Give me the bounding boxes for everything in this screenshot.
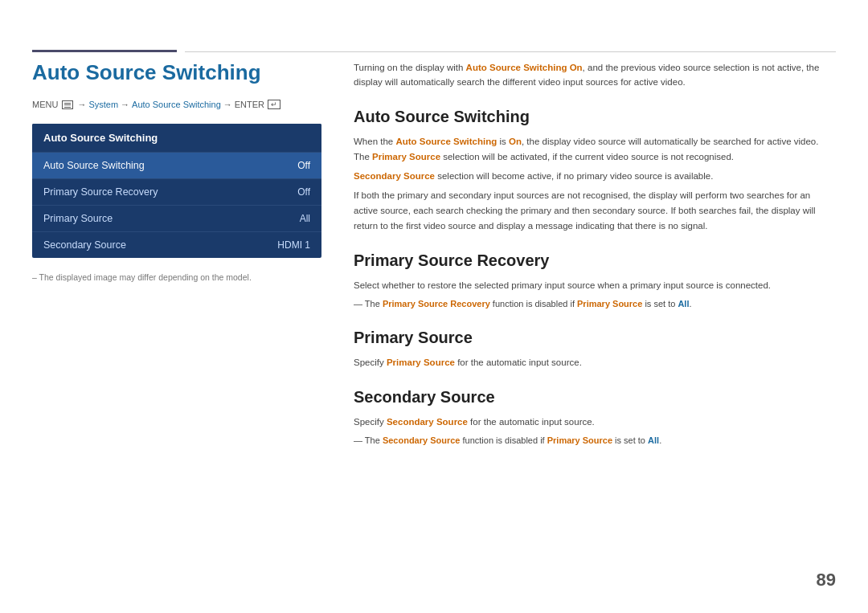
hl-secondary-source-2: Secondary Source [387, 417, 468, 427]
section-text-auto-2: Secondary Source selection will become a… [354, 169, 836, 184]
menu-item-primary-recovery[interactable]: Primary Source Recovery Off [32, 178, 321, 205]
menu-item-value: Off [297, 186, 310, 198]
hl-secondary-source-1: Secondary Source [354, 171, 435, 181]
arrow-2: → [121, 100, 129, 109]
hl-primary-recovery: Primary Source Recovery [383, 299, 490, 309]
enter-icon: ↵ [268, 100, 280, 109]
menu-box: Auto Source Switching Auto Source Switch… [32, 124, 321, 258]
right-panel: Turning on the display with Auto Source … [354, 60, 836, 466]
hl-all-1: All [678, 299, 689, 309]
note-line: The displayed image may differ depending… [32, 272, 321, 282]
breadcrumb-enter: ENTER [235, 100, 264, 109]
top-line-left [32, 50, 177, 52]
section-note-secondary: The Secondary Source function is disable… [354, 434, 836, 448]
menu-item-label: Auto Source Switching [43, 160, 145, 171]
hl-primary-source-3: Primary Source [387, 358, 455, 367]
section-primary-source: Primary Source Specify Primary Source fo… [354, 329, 836, 370]
section-text-primary: Specify Primary Source for the automatic… [354, 355, 836, 370]
section-title-primary-source: Primary Source [354, 329, 836, 347]
section-text-auto-1: When the Auto Source Switching is On, th… [354, 134, 836, 165]
menu-item-label: Primary Source Recovery [43, 186, 158, 198]
breadcrumb-system: System [88, 100, 118, 109]
menu-item-value: All [300, 213, 310, 224]
menu-item-auto-source[interactable]: Auto Source Switching Off [32, 152, 321, 178]
hl-secondary-source-3: Secondary Source [383, 435, 461, 445]
menu-item-secondary-source[interactable]: Secondary Source HDMI 1 [32, 231, 321, 258]
breadcrumb-auto-source: Auto Source Switching [132, 100, 221, 109]
hl-primary-source-4: Primary Source [547, 435, 612, 445]
section-title-auto-source: Auto Source Switching [354, 108, 836, 126]
hl-all-2: All [648, 435, 659, 445]
section-primary-source-recovery: Primary Source Recovery Select whether t… [354, 251, 836, 312]
section-text-secondary: Specify Secondary Source for the automat… [354, 415, 836, 430]
section-note-recovery: The Primary Source Recovery function is … [354, 297, 836, 312]
section-auto-source-switching: Auto Source Switching When the Auto Sour… [354, 108, 836, 234]
top-line-right [185, 51, 836, 52]
menu-item-primary-source[interactable]: Primary Source All [32, 205, 321, 231]
menu-item-label: Secondary Source [43, 239, 126, 251]
menu-label: MENU [32, 100, 58, 109]
hl-auto-source: Auto Source Switching [395, 137, 497, 146]
section-text-recovery: Select whether to restore the selected p… [354, 278, 836, 293]
arrow-1: → [77, 100, 86, 109]
menu-icon [62, 100, 73, 109]
hl-primary-source-1: Primary Source [372, 152, 440, 161]
section-title-secondary-source: Secondary Source [354, 388, 836, 407]
section-secondary-source: Secondary Source Specify Secondary Sourc… [354, 388, 836, 448]
hl-primary-source-2: Primary Source [577, 299, 642, 309]
hl-on: On [509, 137, 522, 146]
top-description: Turning on the display with Auto Source … [354, 60, 836, 90]
section-title-primary-recovery: Primary Source Recovery [354, 251, 836, 270]
menu-item-value: Off [297, 160, 310, 171]
highlight-auto-source-on: Auto Source Switching On [466, 63, 583, 72]
menu-box-header: Auto Source Switching [32, 124, 321, 152]
page-title: Auto Source Switching [32, 60, 321, 85]
menu-item-label: Primary Source [43, 213, 113, 224]
page-number: 89 [817, 570, 836, 591]
arrow-3: → [223, 100, 232, 109]
left-panel: Auto Source Switching MENU → System → Au… [32, 60, 321, 282]
breadcrumb: MENU → System → Auto Source Switching → … [32, 100, 321, 109]
section-text-auto-3: If both the primary and secondary input … [354, 188, 836, 234]
menu-item-value: HDMI 1 [277, 239, 310, 251]
